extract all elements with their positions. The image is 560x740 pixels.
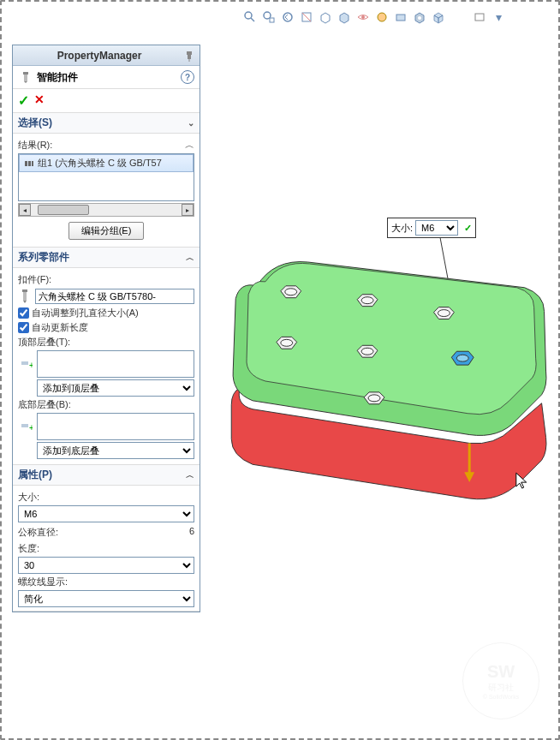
auto-adjust-checkbox[interactable]: 自动调整到孔直径大小(A): [18, 307, 194, 319]
bottom-stack-select[interactable]: 添加到底层叠: [37, 442, 194, 459]
svg-point-8: [378, 13, 386, 21]
length-label: 长度:: [18, 542, 194, 555]
section-series-head[interactable]: 系列零部件 ︿: [13, 248, 200, 268]
chevron-down-icon: ⌄: [188, 118, 194, 128]
panel-header: PropertyManager: [13, 45, 200, 66]
svg-rect-9: [396, 15, 405, 21]
svg-point-37: [281, 339, 293, 346]
section-series-title: 系列零部件: [18, 250, 69, 265]
group-icon: [23, 158, 35, 170]
size-select[interactable]: M6: [18, 505, 194, 522]
thread-label: 螺纹线显示:: [18, 576, 194, 588]
svg-rect-21: [23, 292, 27, 301]
svg-point-10: [418, 16, 421, 20]
h-scrollbar[interactable]: ◂ ▸: [18, 203, 194, 217]
bottom-stack-label: 底部层叠(B):: [18, 398, 194, 411]
size-callout: 大小: M6 ✓: [387, 218, 476, 238]
result-label: 结果(R): ︿: [18, 139, 194, 152]
zoom-prev-icon[interactable]: [279, 9, 296, 26]
svg-rect-11: [475, 14, 484, 21]
panel-title: PropertyManager: [16, 50, 182, 62]
callout-size-select[interactable]: M6: [415, 220, 458, 236]
callout-label: 大小:: [391, 222, 413, 235]
dropdown-icon[interactable]: ▾: [490, 9, 507, 26]
section-props-title: 属性(P): [18, 468, 52, 482]
thread-select[interactable]: 简化: [18, 590, 194, 607]
cancel-button[interactable]: ✕: [34, 92, 45, 109]
fastener-label: 扣件(F):: [18, 273, 194, 286]
svg-point-35: [361, 348, 373, 355]
svg-rect-18: [28, 161, 31, 166]
scroll-thumb[interactable]: [38, 205, 89, 215]
svg-point-33: [438, 310, 450, 317]
svg-text:+: +: [29, 423, 33, 433]
svg-text:+: +: [29, 361, 33, 370]
svg-point-41: [456, 355, 468, 361]
zoom-area-icon[interactable]: [260, 9, 277, 26]
section-series-body: 扣件(F): 自动调整到孔直径大小(A) 自动更新长度 顶部层叠(T): + 添…: [13, 268, 200, 465]
section-view-icon[interactable]: [298, 9, 315, 26]
size-label: 大小:: [18, 491, 194, 504]
length-select[interactable]: 30: [18, 557, 194, 574]
section-props-head[interactable]: 属性(P) ︿: [13, 465, 200, 486]
fastener-input[interactable]: [35, 289, 194, 304]
view-orient-icon[interactable]: [317, 9, 334, 26]
zoom-fit-icon[interactable]: [241, 9, 259, 26]
callout-ok-button[interactable]: ✓: [464, 223, 472, 234]
bottom-stack-input[interactable]: [37, 413, 194, 440]
top-stack-input[interactable]: [37, 350, 194, 378]
top-stack-label: 顶部层叠(T):: [18, 336, 194, 349]
viewport[interactable]: [204, 31, 548, 728]
svg-line-6: [302, 13, 311, 21]
panel-subheader: 智能扣件 ?: [13, 66, 200, 89]
top-stack-select[interactable]: 添加到顶层叠: [37, 379, 194, 397]
help-icon[interactable]: ?: [181, 70, 194, 84]
diameter-value: 6: [189, 526, 194, 536]
panel-subtitle: 智能扣件: [37, 70, 78, 85]
svg-rect-22: [21, 361, 28, 365]
add-bottom-stack-icon[interactable]: +: [18, 418, 33, 433]
chevron-up-icon[interactable]: ︿: [185, 139, 194, 152]
ok-button[interactable]: ✓: [18, 92, 29, 109]
add-top-stack-icon[interactable]: +: [18, 355, 33, 371]
chevron-up-icon: ︿: [186, 252, 194, 264]
auto-update-checkbox[interactable]: 自动更新长度: [18, 321, 194, 334]
result-item-label: 组1 (六角头螺栓 C 级 GB/T57: [38, 157, 162, 170]
section-select-title: 选择(S): [18, 116, 52, 130]
section-props-body: 大小: M6 公称直径: 6 长度: 30 螺纹线显示: 简化: [13, 486, 200, 612]
svg-rect-12: [187, 51, 192, 55]
apply-scene-icon[interactable]: [392, 9, 409, 26]
property-manager-panel: PropertyManager 智能扣件 ? ✓ ✕ 选择(S) ⌄ 结果(R)…: [12, 45, 200, 612]
view-cube-icon[interactable]: [430, 9, 447, 26]
svg-rect-13: [188, 55, 191, 59]
view-toolbar: ▾: [206, 7, 543, 27]
result-item[interactable]: 组1 (六角头螺栓 C 级 GB/T57: [19, 154, 194, 172]
svg-rect-19: [32, 161, 33, 166]
svg-rect-24: [21, 424, 28, 427]
result-listbox[interactable]: 组1 (六角头螺栓 C 级 GB/T57: [18, 153, 194, 201]
svg-rect-17: [25, 161, 27, 166]
confirm-row: ✓ ✕: [13, 89, 200, 113]
bolt-icon: [18, 288, 32, 305]
section-result: 结果(R): ︿ 组1 (六角头螺栓 C 级 GB/T57 ◂ ▸ 编辑分组(E…: [13, 134, 200, 248]
svg-point-31: [361, 297, 373, 304]
svg-rect-16: [24, 75, 27, 81]
edit-appearance-icon[interactable]: [373, 9, 390, 26]
diameter-label: 公称直径:: [18, 527, 58, 537]
hide-show-icon[interactable]: [354, 9, 372, 26]
svg-rect-3: [270, 18, 274, 22]
svg-point-0: [245, 12, 252, 19]
pin-icon[interactable]: [182, 49, 196, 63]
chevron-up-icon: ︿: [186, 469, 194, 481]
view-settings-icon[interactable]: [411, 9, 428, 26]
edit-group-button[interactable]: 编辑分组(E): [69, 222, 145, 240]
svg-point-4: [283, 13, 292, 21]
display-style-icon[interactable]: [336, 9, 353, 26]
section-select-head[interactable]: 选择(S) ⌄: [13, 113, 200, 134]
single-view-icon[interactable]: [471, 9, 488, 26]
svg-point-29: [285, 289, 297, 295]
watermark: SW 研习社 © SolidWorks: [462, 642, 539, 719]
scroll-right-icon[interactable]: ▸: [182, 204, 194, 216]
scroll-left-icon[interactable]: ◂: [19, 204, 31, 216]
svg-point-7: [361, 15, 365, 19]
